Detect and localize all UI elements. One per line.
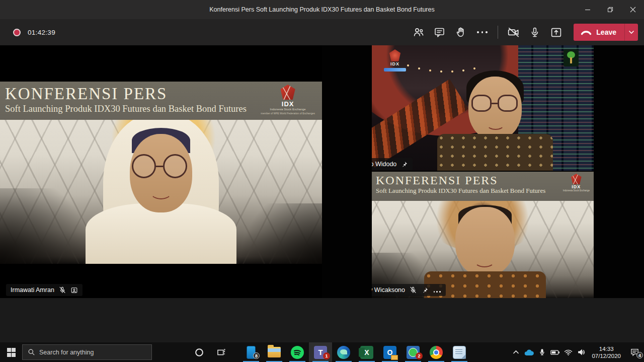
call-toolbar: 01:42:39 (0, 19, 644, 45)
window-title: Konferensi Pers Soft Launching Produk ID… (209, 6, 434, 13)
microphone-button[interactable] (524, 22, 545, 43)
idx-logo-2: IDX Indonesia Stock Exchange (563, 174, 590, 192)
video-tile-ignatius[interactable]: KONFERENSI PERS Soft Launching Produk ID… (372, 172, 594, 298)
mic-muted-icon (58, 286, 66, 294)
your-phone-app[interactable]: 8 (239, 342, 263, 362)
name-chip-irmawati: Irmawati Amran (6, 284, 83, 296)
chrome-icon (430, 346, 443, 359)
hangup-icon (581, 29, 592, 36)
chrome-app[interactable] (425, 342, 448, 362)
wifi-icon[interactable] (561, 342, 575, 362)
teams-app[interactable]: T 1 (309, 342, 332, 362)
participants-icon (413, 26, 425, 38)
leave-options-button[interactable] (625, 24, 638, 41)
recording-dot-icon (13, 29, 21, 36)
excel-icon: X (360, 346, 373, 359)
taskbar-clock[interactable]: 14:33 07/12/2020 (592, 345, 621, 359)
task-view-button[interactable] (210, 342, 232, 362)
close-button[interactable] (621, 0, 644, 19)
toolbar-divider (498, 26, 498, 39)
call-timer: 01:42:39 (28, 29, 55, 36)
chat-button[interactable] (429, 22, 450, 43)
battery-icon[interactable] (548, 342, 561, 362)
more-options-icon[interactable] (433, 285, 441, 295)
search-icon (28, 348, 35, 356)
chat-icon (434, 26, 446, 38)
recording-indicator: 01:42:39 (13, 29, 55, 36)
notepad-icon (453, 346, 466, 359)
participants-button[interactable] (408, 22, 429, 43)
system-tray: 14:33 07/12/2020 4 (509, 342, 644, 362)
idx-corner-logo: IDX (384, 49, 406, 71)
idx-logo: IDX Indonesia Stock Exchange member of W… (261, 85, 315, 115)
camera-off-icon (507, 26, 520, 39)
video-tile-laksono[interactable]: IDX Laksono Widito Widodo (372, 45, 594, 171)
green-tree-logo (564, 49, 579, 66)
press-banner: KONFERENSI PERS Soft Launching Produk ID… (0, 82, 322, 120)
outlook-app[interactable]: O (378, 342, 401, 362)
participant-video-laksono (437, 70, 553, 171)
cortana-button[interactable] (188, 342, 210, 362)
name-chip-laksono: Laksono Widito Widodo (372, 158, 413, 170)
start-button[interactable] (0, 342, 22, 362)
outlook-icon: O (383, 346, 396, 359)
excel-app[interactable]: X (355, 342, 378, 362)
taskbar-search-input[interactable]: Search for anything (22, 344, 152, 360)
chevron-down-icon (628, 30, 634, 34)
mic-muted-icon (409, 286, 417, 294)
participant-filmstrip: +15 AP AB FP Firza Rizqi Putra (0, 298, 644, 342)
cortana-icon (194, 347, 204, 357)
edge-app[interactable] (332, 342, 355, 362)
video-tile-irmawati[interactable]: KONFERENSI PERS Soft Launching Produk ID… (0, 45, 322, 298)
leave-label: Leave (596, 28, 616, 36)
video-stage: KONFERENSI PERS Soft Launching Produk ID… (0, 45, 644, 298)
task-view-icon (216, 347, 226, 357)
press-banner-2: KONFERENSI PERS Soft Launching Produk ID… (372, 172, 594, 201)
more-actions-button[interactable] (471, 22, 493, 43)
name-chip-ignatius: Ignatius Denny Wicaksono (372, 284, 446, 296)
teams-meeting-window: Konferensi Pers Soft Launching Produk ID… (0, 0, 644, 362)
volume-icon[interactable] (575, 342, 588, 362)
restore-button[interactable] (599, 0, 621, 19)
share-screen-icon (550, 26, 562, 39)
action-center-button[interactable]: 4 (625, 342, 644, 362)
pin-icon (421, 286, 429, 294)
spotify-app[interactable] (286, 342, 309, 362)
notepad-app[interactable] (448, 342, 471, 362)
file-explorer-icon (268, 347, 281, 357)
spotify-icon (291, 346, 304, 359)
onedrive-icon[interactable] (522, 342, 535, 362)
minimize-button[interactable] (576, 0, 599, 19)
windows-logo-icon (7, 348, 16, 356)
share-screen-button[interactable] (545, 22, 567, 43)
wfe-logo: member of WFE World Federation of Exchan… (261, 112, 315, 115)
idx-lobby-background: IDX (372, 45, 594, 171)
window-titlebar: Konferensi Pers Soft Launching Produk ID… (0, 0, 644, 19)
tray-chevron-button[interactable] (509, 342, 522, 362)
tray-microphone-icon[interactable] (535, 342, 548, 362)
edge-icon (337, 346, 350, 359)
pin-icon (400, 161, 408, 168)
leave-button[interactable]: Leave (574, 28, 624, 36)
raise-hand-icon (455, 26, 467, 38)
whatsapp-app[interactable]: 2 (401, 342, 425, 362)
microphone-icon (529, 26, 541, 38)
camera-off-button[interactable] (503, 22, 524, 43)
participant-video-irmawati (86, 113, 236, 264)
raise-hand-button[interactable] (450, 22, 471, 43)
file-explorer-app[interactable] (263, 342, 286, 362)
windows-taskbar: Search for anything 8 T (0, 342, 644, 362)
spotlight-icon (70, 286, 78, 294)
leave-button-group: Leave (574, 24, 638, 41)
idx-logo-mark (279, 85, 296, 100)
